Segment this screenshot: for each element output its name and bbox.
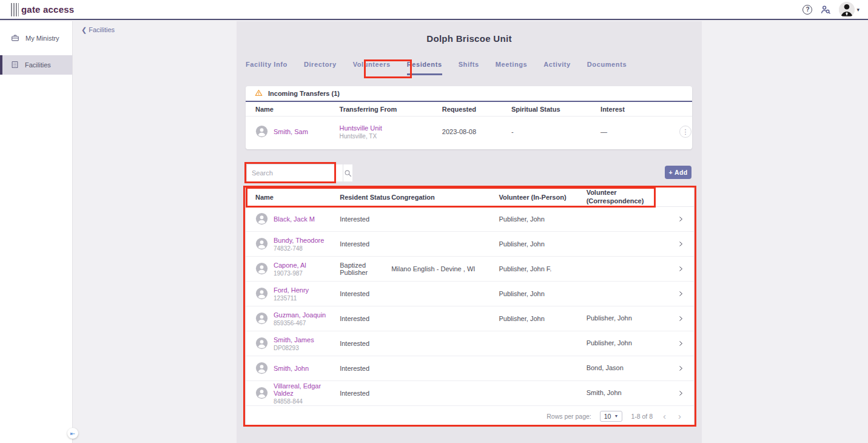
resident-row[interactable]: Villarreal, Edgar Valdez84858-844Interes…: [246, 381, 694, 406]
row-menu-icon[interactable]: ⋮: [679, 126, 691, 138]
column-header: Spiritual Status: [511, 106, 601, 113]
row-chevron-icon[interactable]: [677, 215, 684, 223]
avatar-icon: [255, 312, 268, 326]
row-chevron-icon[interactable]: [677, 240, 684, 248]
resident-id: 74832-748: [274, 245, 324, 252]
app-window: gate access ? ▾: [0, 0, 868, 443]
breadcrumb[interactable]: ❮ Facilities: [81, 26, 115, 34]
user-menu[interactable]: ▾: [839, 2, 860, 18]
resident-row[interactable]: Smith, JohnInterestedBond, Jason: [246, 356, 694, 381]
sidebar-collapse-button[interactable]: ⇤: [67, 428, 78, 439]
volunteer-correspondence: Publisher, John: [587, 339, 667, 348]
residents-table-header: NameResident StatusCongregationVolunteer…: [246, 188, 694, 207]
briefcase-icon: [10, 33, 20, 44]
resident-name-link[interactable]: Black, Jack M: [274, 215, 315, 223]
volunteer-correspondence: Bond, Jason: [587, 364, 667, 373]
resident-status: Interested: [340, 240, 391, 248]
row-chevron-icon[interactable]: [677, 389, 684, 397]
transfer-from-unit-link[interactable]: Huntsville Unit: [340, 124, 442, 132]
volunteer-correspondence: Publisher, John: [587, 314, 667, 323]
sidebar: My MinistryFacilities: [0, 21, 73, 443]
column-header: Name: [246, 194, 340, 201]
sidebar-item-facilities[interactable]: Facilities: [0, 55, 72, 75]
resident-name-link[interactable]: Smith, John: [274, 365, 309, 372]
tab-bar: Facility InfoDirectoryVolunteersResident…: [246, 61, 627, 75]
avatar[interactable]: [839, 2, 855, 18]
avatar-icon: [255, 262, 268, 276]
topbar: gate access ? ▾: [0, 0, 868, 20]
column-header: Interest: [601, 106, 679, 113]
transfer-name-link[interactable]: Smith, Sam: [274, 128, 308, 135]
resident-name-link[interactable]: Capone, Al: [274, 262, 306, 269]
resident-row[interactable]: Black, Jack MInterestedPublisher, John: [246, 207, 694, 232]
help-icon[interactable]: ?: [802, 5, 812, 15]
tab-meetings[interactable]: Meetings: [496, 61, 527, 75]
tab-shifts[interactable]: Shifts: [459, 61, 479, 75]
person-search-icon[interactable]: [819, 4, 832, 15]
tab-documents[interactable]: Documents: [587, 61, 627, 75]
resident-status: Baptized Publisher: [340, 262, 391, 276]
chevron-left-icon: ❮: [81, 26, 89, 33]
column-header: Name: [246, 106, 340, 113]
search-input[interactable]: [247, 164, 343, 181]
rows-per-page-select[interactable]: 10▼: [600, 411, 623, 422]
resident-status: Interested: [340, 215, 391, 223]
tab-volunteers[interactable]: Volunteers: [353, 61, 391, 75]
resident-id: 84858-844: [274, 398, 340, 405]
residents-table: NameResident StatusCongregationVolunteer…: [246, 188, 694, 426]
avatar-icon: [255, 212, 268, 226]
resident-name-link[interactable]: Ford, Henry: [274, 286, 309, 294]
logo-text: gate access: [21, 4, 74, 15]
column-header: Volunteer (In-Person): [499, 194, 587, 201]
resident-id: DP08293: [274, 345, 314, 351]
incoming-transfers-card: Incoming Transfers (1) NameTransferring …: [246, 86, 692, 149]
resident-row[interactable]: Smith, JamesDP08293InterestedPublisher, …: [246, 331, 694, 356]
volunteer-in-person: Publisher, John F.: [499, 265, 587, 272]
next-page-icon[interactable]: ›: [676, 411, 683, 421]
page-range: 1-8 of 8: [631, 413, 653, 420]
tab-directory[interactable]: Directory: [304, 61, 337, 75]
resident-status: Interested: [340, 390, 391, 397]
warning-icon: [254, 89, 263, 98]
tab-facility-info[interactable]: Facility Info: [246, 61, 288, 75]
resident-congregation: Milano English - Devine , WI: [391, 265, 499, 272]
previous-page-icon[interactable]: ‹: [661, 411, 668, 421]
volunteer-in-person: Publisher, John: [499, 215, 587, 223]
search-field: [246, 164, 335, 182]
resident-id: 859356-467: [274, 320, 326, 326]
row-chevron-icon[interactable]: [677, 314, 684, 323]
add-button[interactable]: + Add: [665, 166, 691, 179]
sidebar-item-label: My Ministry: [25, 35, 59, 42]
avatar-icon: [255, 387, 268, 401]
logo-bars-icon: [11, 3, 19, 16]
tab-residents[interactable]: Residents: [407, 61, 442, 75]
tab-activity[interactable]: Activity: [543, 61, 571, 75]
pagination: Rows per page: 10▼ 1-8 of 8 ‹ ›: [246, 406, 694, 426]
row-chevron-icon[interactable]: [677, 265, 684, 273]
transfer-row[interactable]: Smith, SamHuntsville UnitHuntsville, TX2…: [246, 117, 692, 147]
resident-row[interactable]: Capone, Al19073-987Baptized PublisherMil…: [246, 257, 694, 282]
row-chevron-icon[interactable]: [677, 289, 684, 298]
resident-row[interactable]: Ford, Henry1235711InterestedPublisher, J…: [246, 282, 694, 306]
resident-row[interactable]: Guzman, Joaquin859356-467InterestedPubli…: [246, 306, 694, 331]
sidebar-item-my-ministry[interactable]: My Ministry: [0, 29, 72, 48]
resident-row[interactable]: Bundy, Theodore74832-748InterestedPublis…: [246, 232, 694, 257]
resident-name-link[interactable]: Villarreal, Edgar Valdez: [274, 382, 340, 397]
transfer-spiritual-status: -: [511, 128, 601, 135]
caret-down-icon: ▼: [614, 414, 618, 418]
column-header: Volunteer (Correspondence): [587, 189, 667, 206]
caret-down-icon[interactable]: ▾: [856, 7, 860, 13]
incoming-transfers-header: Incoming Transfers (1): [246, 86, 692, 102]
search-icon[interactable]: [343, 164, 352, 181]
app-logo: gate access: [11, 3, 74, 16]
building-icon: [10, 60, 19, 70]
resident-name-link[interactable]: Bundy, Theodore: [274, 237, 324, 244]
column-header: Requested: [442, 106, 511, 113]
volunteer-correspondence: Smith, John: [587, 389, 667, 397]
page-title: Dolph Briscoe Unit: [237, 33, 702, 44]
row-chevron-icon[interactable]: [677, 339, 684, 348]
resident-name-link[interactable]: Smith, James: [274, 336, 314, 343]
column-header: Congregation: [391, 194, 499, 201]
resident-name-link[interactable]: Guzman, Joaquin: [274, 311, 326, 319]
row-chevron-icon[interactable]: [677, 364, 684, 373]
